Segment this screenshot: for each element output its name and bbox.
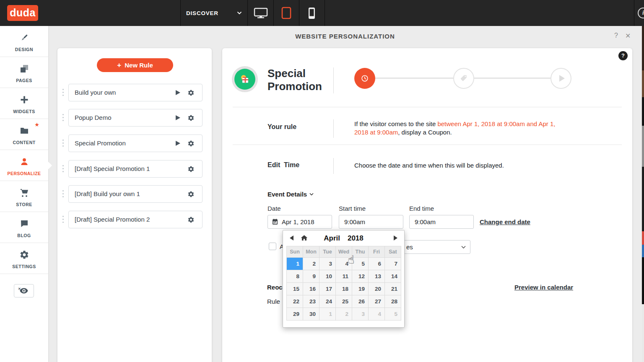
calendar-day-cell[interactable]: 19 xyxy=(352,283,369,295)
calendar-day-cell[interactable]: 9 xyxy=(303,270,319,283)
drag-handle-icon[interactable] xyxy=(62,165,64,172)
calendar-day-cell[interactable]: 1 xyxy=(319,308,336,321)
calendar-day-cell[interactable]: 15 xyxy=(287,283,303,295)
calendar-day-cell[interactable]: 10 xyxy=(319,270,336,283)
calendar-day-cell[interactable]: 28 xyxy=(385,295,401,308)
gear-button[interactable] xyxy=(187,191,195,199)
calendar-day-cell[interactable]: 27 xyxy=(369,295,385,308)
step-time-active[interactable] xyxy=(354,68,375,89)
calendar-day-cell[interactable]: 2 xyxy=(303,258,319,270)
play-button[interactable] xyxy=(176,90,180,95)
rule-row[interactable]: Build your own xyxy=(68,84,203,101)
event-details-toggle[interactable]: Event Details xyxy=(267,191,314,198)
drag-handle-icon[interactable] xyxy=(62,114,64,121)
plus-icon xyxy=(0,94,48,105)
rule-row[interactable]: [Draft] Special Promotion 2 xyxy=(68,211,203,228)
start-time-input[interactable] xyxy=(339,215,403,229)
calendar-day-cell[interactable]: 30 xyxy=(303,308,319,321)
calendar-day-cell[interactable]: 12 xyxy=(352,270,369,283)
tag-icon xyxy=(460,74,468,83)
close-icon[interactable]: ✕ xyxy=(625,32,631,40)
calendar-day-cell[interactable]: 4 xyxy=(369,308,385,321)
calendar-day-cell[interactable]: 23 xyxy=(303,295,319,308)
calendar-day-cell[interactable]: 6 xyxy=(369,258,385,270)
calendar-dayname: Sat xyxy=(385,246,401,258)
sidebar-item-widgets[interactable]: WIDGETS xyxy=(0,88,48,119)
sidebar-item-store[interactable]: STORE xyxy=(0,181,48,212)
calendar-day-cell[interactable]: 1 xyxy=(287,258,303,270)
strip-segment xyxy=(642,126,644,167)
sidebar-item-design[interactable]: DESIGN xyxy=(0,26,48,57)
stepper-line xyxy=(474,78,551,79)
preview-in-calendar-link[interactable]: Preview in calendar xyxy=(514,284,573,291)
calendar-day-cell[interactable]: 16 xyxy=(303,283,319,295)
calendar-day-cell[interactable]: 29 xyxy=(287,308,303,321)
step-publish[interactable] xyxy=(551,68,571,89)
step-display[interactable] xyxy=(453,68,474,89)
info-icon[interactable]: i xyxy=(638,8,644,18)
next-month-icon[interactable] xyxy=(394,235,397,240)
calendar-day-cell[interactable]: 26 xyxy=(352,295,369,308)
panel-help-icon[interactable]: ? xyxy=(618,51,628,60)
sidebar-item-blog[interactable]: BLOG xyxy=(0,212,48,243)
drag-handle-icon[interactable] xyxy=(62,216,64,223)
gear-button[interactable] xyxy=(187,140,195,149)
calendar-day-cell[interactable]: 8 xyxy=(287,270,303,283)
calendar-day-cell[interactable]: 25 xyxy=(336,295,352,308)
sidebar-item-pages[interactable]: PAGES xyxy=(0,57,48,88)
strip-segment xyxy=(642,304,644,362)
duda-logo[interactable]: duda xyxy=(7,5,38,21)
calendar-day-cell[interactable]: 11 xyxy=(336,270,352,283)
play-button[interactable] xyxy=(176,115,180,120)
rule-row[interactable]: [Draft] Build your own 1 xyxy=(68,185,203,203)
drag-handle-icon[interactable] xyxy=(62,190,64,197)
device-phone-button[interactable] xyxy=(299,0,325,26)
desktop-icon xyxy=(254,8,268,18)
sidebar-item-personalize[interactable]: PERSONALIZE xyxy=(0,150,48,181)
drag-handle-icon[interactable] xyxy=(62,89,64,96)
gear-button[interactable] xyxy=(187,165,195,174)
gear-button[interactable] xyxy=(187,89,195,98)
rule-row[interactable]: Special Promotion xyxy=(68,134,203,152)
calendar-day-cell[interactable]: 20 xyxy=(369,283,385,295)
rule-row[interactable]: Popup Demo xyxy=(68,109,203,127)
app-window: duda DISCOVER xyxy=(0,0,644,362)
home-icon[interactable] xyxy=(301,235,308,243)
end-time-input[interactable] xyxy=(409,215,474,229)
calendar-day-cell[interactable]: 14 xyxy=(385,270,401,283)
drag-handle-icon[interactable] xyxy=(62,140,64,147)
calendar-day-cell[interactable]: 7 xyxy=(385,258,401,270)
calendar-day-cell[interactable]: 5 xyxy=(385,308,401,321)
calendar-day-cell[interactable]: 3 xyxy=(352,308,369,321)
calendar-day-cell[interactable]: 21 xyxy=(385,283,401,295)
sidebar-item-label: STORE xyxy=(0,202,48,207)
calendar-day-cell[interactable]: 18 xyxy=(336,283,352,295)
calendar-day-cell[interactable]: 17 xyxy=(319,283,336,295)
calendar-dayname: Sun xyxy=(287,246,303,258)
device-desktop-button[interactable] xyxy=(248,0,273,26)
sidebar-item-content[interactable]: ★ CONTENT xyxy=(0,119,48,150)
calendar-day-cell[interactable]: 22 xyxy=(287,295,303,308)
rule-name: [Draft] Build your own 1 xyxy=(75,186,140,202)
divider xyxy=(333,119,334,138)
rule-row[interactable]: [Draft] Special Promotion 1 xyxy=(68,160,203,178)
gear-button[interactable] xyxy=(187,114,195,123)
discover-menu[interactable]: DISCOVER xyxy=(186,0,242,26)
preview-toggle-button[interactable]: ✕ xyxy=(14,284,34,297)
sidebar-item-settings[interactable]: SETTINGS xyxy=(0,243,48,274)
calendar-day-cell[interactable]: 3 xyxy=(319,258,336,270)
calendar-day-cell[interactable]: 24 xyxy=(319,295,336,308)
device-tablet-button[interactable] xyxy=(273,0,299,26)
change-end-date-link[interactable]: Change end date xyxy=(480,218,530,225)
hand-cursor: ☝ xyxy=(348,253,354,266)
calendar-day-cell[interactable]: 2 xyxy=(336,308,352,321)
calendar-year: 2018 xyxy=(348,234,364,243)
help-button[interactable]: ? xyxy=(614,32,618,39)
calendar-day-cell[interactable]: 13 xyxy=(369,270,385,283)
prev-month-icon[interactable] xyxy=(290,235,293,240)
calendar-day-cell[interactable]: 5 xyxy=(352,258,369,270)
play-button[interactable] xyxy=(176,141,180,146)
gear-button[interactable] xyxy=(187,216,195,225)
checkbox[interactable] xyxy=(269,243,276,250)
new-rule-button[interactable]: + New Rule xyxy=(97,58,173,72)
